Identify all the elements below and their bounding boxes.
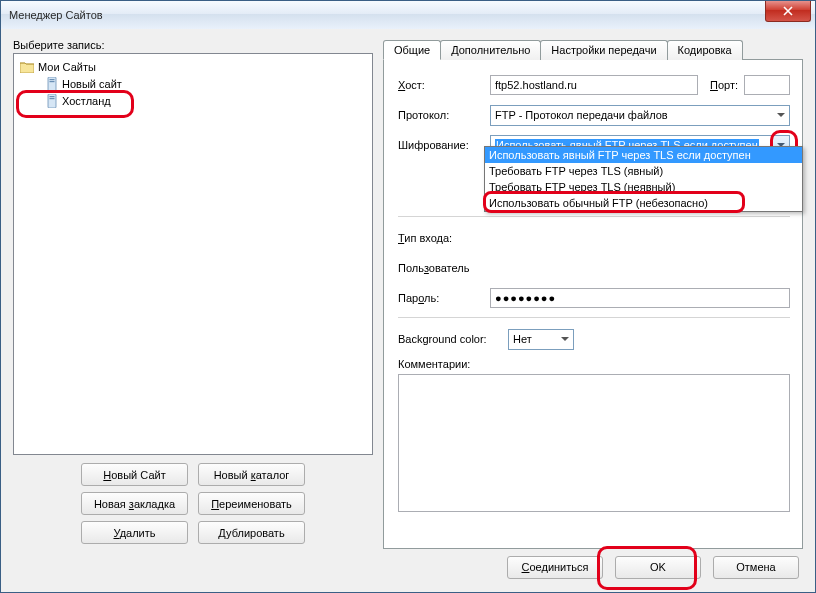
site-manager-window: Менеджер Сайтов Выберите запись: Мои Сай… [0, 0, 816, 593]
password-input[interactable]: ●●●●●●●● [490, 288, 790, 308]
password-label: Пароль: [398, 292, 484, 304]
entries-panel: Выберите запись: Мои Сайты Новый сайт [13, 39, 373, 544]
server-icon [46, 94, 58, 108]
details-panel: Общие Дополнительно Настройки передачи К… [383, 39, 803, 544]
ok-button[interactable]: OK [615, 556, 701, 579]
tree-item-hostland[interactable]: Хостланд [16, 92, 370, 109]
select-entry-label: Выберите запись: [13, 39, 373, 51]
duplicate-button[interactable]: Дублировать [198, 521, 305, 544]
comments-label: Комментарии: [398, 358, 790, 370]
chevron-down-icon [772, 106, 789, 125]
dropdown-item[interactable]: Требовать FTP через TLS (неявный) [485, 179, 802, 195]
tab-transfer[interactable]: Настройки передачи [540, 40, 667, 60]
titlebar[interactable]: Менеджер Сайтов [1, 1, 815, 30]
port-label: Порт: [704, 79, 738, 91]
close-button[interactable] [765, 1, 811, 22]
tab-charset[interactable]: Кодировка [667, 40, 743, 60]
server-icon [46, 77, 58, 91]
tree-root[interactable]: Мои Сайты [16, 58, 370, 75]
encryption-label: Шифрование: [398, 139, 484, 151]
new-folder-button[interactable]: Новый каталог [198, 463, 305, 486]
new-site-button[interactable]: Новый Сайт [81, 463, 188, 486]
new-bookmark-button[interactable]: Новая закладка [81, 492, 188, 515]
protocol-label: Протокол: [398, 109, 484, 121]
chevron-down-icon [556, 330, 573, 349]
user-label: Пользователь [398, 262, 484, 274]
svg-rect-1 [50, 79, 55, 80]
delete-button[interactable]: Удалить [81, 521, 188, 544]
bg-color-label: Background color: [398, 333, 502, 345]
logon-type-label: Тип входа: [398, 232, 484, 244]
svg-rect-2 [50, 81, 55, 82]
comments-textarea[interactable] [398, 374, 790, 512]
svg-rect-4 [50, 96, 55, 97]
tree-root-label: Мои Сайты [38, 61, 96, 73]
tab-general[interactable]: Общие [383, 40, 441, 60]
folder-icon [20, 61, 34, 73]
window-title: Менеджер Сайтов [9, 9, 103, 21]
connect-button[interactable]: Соединиться [507, 556, 603, 579]
dropdown-item[interactable]: Требовать FTP через TLS (явный) [485, 163, 802, 179]
svg-rect-5 [50, 98, 55, 99]
dropdown-item[interactable]: Использовать явный FTP через TLS если до… [485, 147, 802, 163]
close-icon [783, 6, 793, 16]
rename-button[interactable]: Переименовать [198, 492, 305, 515]
site-tree[interactable]: Мои Сайты Новый сайт Хостланд [13, 53, 373, 455]
tab-panel-general: Хост: ftp52.hostland.ru Порт: Протокол: … [383, 59, 803, 549]
protocol-select[interactable]: FTP - Протокол передачи файлов [490, 105, 790, 126]
dialog-buttons: Соединиться OK Отмена [13, 554, 803, 580]
host-label: Хост: [398, 79, 484, 91]
cancel-button[interactable]: Отмена [713, 556, 799, 579]
client-area: Выберите запись: Мои Сайты Новый сайт [1, 29, 815, 592]
host-input[interactable]: ftp52.hostland.ru [490, 75, 698, 95]
tree-item-label: Хостланд [62, 95, 111, 107]
bg-color-select[interactable]: Нет [508, 329, 574, 350]
port-input[interactable] [744, 75, 790, 95]
encryption-dropdown[interactable]: Использовать явный FTP через TLS если до… [484, 146, 803, 212]
separator [398, 216, 790, 217]
tree-item-label: Новый сайт [62, 78, 122, 90]
tree-item-new-site[interactable]: Новый сайт [16, 75, 370, 92]
tabstrip: Общие Дополнительно Настройки передачи К… [383, 39, 803, 59]
tab-advanced[interactable]: Дополнительно [440, 40, 541, 60]
separator [398, 317, 790, 318]
dropdown-item[interactable]: Использовать обычный FTP (небезопасно) [485, 195, 802, 211]
